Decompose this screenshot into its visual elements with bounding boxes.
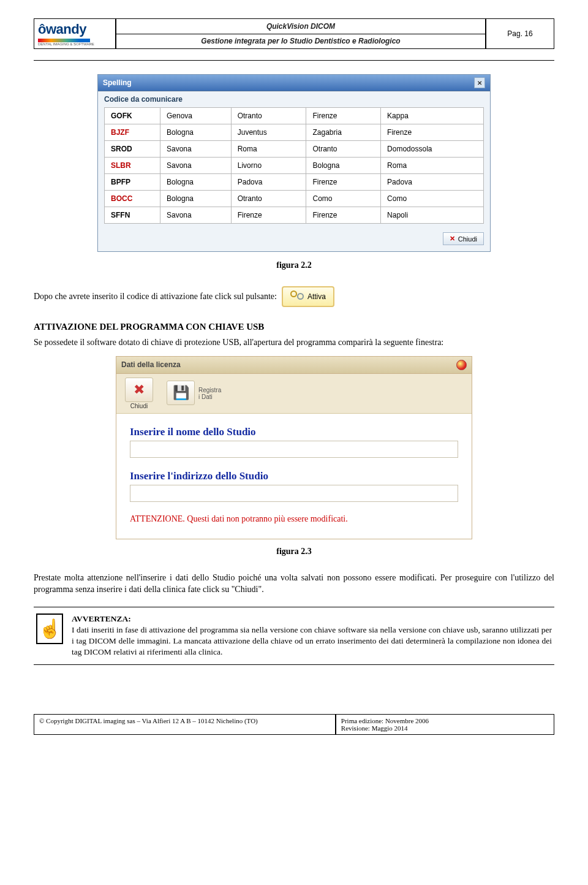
doc-subtitle: Gestione integrata per lo Studio Dentist… — [116, 34, 485, 49]
word-cell: Otranto — [306, 141, 381, 158]
doc-footer: © Copyright DIGITAL imaging sas – Via Al… — [34, 714, 554, 735]
chiudi-button[interactable]: ✕ Chiudi — [443, 232, 484, 245]
word-cell: Bologna — [160, 191, 232, 207]
toolbar-registra-label1: Registra — [198, 387, 221, 393]
word-cell: Savona — [160, 207, 232, 224]
para-attention: Prestate molta attenzione nell'inserire … — [34, 572, 554, 596]
license-toolbar: ✖ Chiudi 💾 Registra i Dati — [116, 374, 472, 414]
word-cell: Domodossola — [381, 141, 484, 158]
doc-title-1: QuickVision DICOM — [116, 19, 485, 34]
license-window: Dati della licenza ✖ Chiudi 💾 Registra i… — [116, 356, 472, 539]
table-row: GOFKGenovaOtrantoFirenzeKappa — [105, 108, 484, 124]
table-row: BPFPBolognaPadovaFirenzePadova — [105, 174, 484, 191]
footer-revision: Revisione: Maggio 2014 — [341, 724, 408, 732]
attiva-button[interactable]: Attiva — [282, 286, 334, 307]
close-icon[interactable]: ✕ — [474, 77, 485, 88]
word-cell: Savona — [160, 158, 232, 174]
word-cell: Napoli — [381, 207, 484, 224]
word-cell: Firenze — [306, 207, 381, 224]
toolbar-registra[interactable]: 💾 Registra i Dati — [167, 378, 221, 409]
studio-name-input[interactable] — [130, 441, 458, 458]
code-cell: SROD — [105, 141, 160, 158]
word-cell: Genova — [160, 108, 232, 124]
word-cell: Bologna — [306, 158, 381, 174]
license-body: Inserire il nome dello Studio Inserire l… — [116, 414, 472, 539]
spelling-title: Spelling — [103, 78, 132, 87]
spelling-titlebar: Spelling ✕ — [98, 75, 490, 91]
para-usb: Se possedete il software dotato di chiav… — [34, 337, 554, 349]
word-cell: Como — [381, 191, 484, 207]
word-cell: Padova — [231, 174, 306, 191]
doc-header: ôwandy DENTAL IMAGING & SOFTWARE QuickVi… — [34, 18, 554, 49]
word-cell: Padova — [381, 174, 484, 191]
chiudi-label: Chiudi — [458, 235, 477, 243]
keys-icon — [290, 291, 304, 303]
code-cell: BPFP — [105, 174, 160, 191]
table-row: BJZFBolognaJuventusZagabriaFirenze — [105, 124, 484, 141]
header-rule — [34, 60, 554, 61]
spelling-footer: ✕ Chiudi — [98, 229, 490, 251]
avvertenza-box: ☝ AVVERTENZA: I dati inseriti in fase di… — [34, 607, 554, 665]
chiudi-icon: ✖ — [125, 378, 153, 402]
word-cell: Firenze — [306, 108, 381, 124]
word-cell: Bologna — [160, 174, 232, 191]
word-cell: Savona — [160, 141, 232, 158]
studio-address-input[interactable] — [130, 485, 458, 502]
figure-caption-2-3: figura 2.3 — [34, 547, 554, 556]
logo-cell: ôwandy DENTAL IMAGING & SOFTWARE — [34, 18, 116, 49]
code-cell: SFFN — [105, 207, 160, 224]
hand-icon: ☝ — [36, 613, 63, 644]
word-cell: Bologna — [160, 124, 232, 141]
word-cell: Firenze — [381, 124, 484, 141]
page-number: Pag. 16 — [486, 18, 554, 49]
figure-caption-2-2: figura 2.2 — [34, 260, 554, 270]
logo-text: ôwandy — [38, 21, 111, 37]
toolbar-chiudi-label: Chiudi — [130, 403, 148, 409]
para-click-button: Dopo che avrete inserito il codice di at… — [34, 286, 554, 307]
spelling-table: GOFKGenovaOtrantoFirenzeKappaBJZFBologna… — [104, 107, 484, 224]
avvertenza-text: AVVERTENZA: I dati inseriti in fase di a… — [72, 613, 552, 658]
license-warning: ATTENZIONE. Questi dati non potranno più… — [130, 514, 458, 524]
toolbar-chiudi[interactable]: ✖ Chiudi — [125, 378, 153, 409]
table-row: BOCCBolognaOtrantoComoComo — [105, 191, 484, 207]
code-cell: GOFK — [105, 108, 160, 124]
table-row: SRODSavonaRomaOtrantoDomodossola — [105, 141, 484, 158]
license-title: Dati della licenza — [121, 360, 181, 369]
code-cell: SLBR — [105, 158, 160, 174]
footer-first-edition: Prima edizione: Novembre 2006 — [341, 717, 429, 724]
table-row: SFFNSavonaFirenzeFirenzeNapoli — [105, 207, 484, 224]
para-click-text: Dopo che avrete inserito il codice di at… — [34, 292, 277, 302]
logo-tagline: DENTAL IMAGING & SOFTWARE — [38, 42, 111, 46]
word-cell: Kappa — [381, 108, 484, 124]
word-cell: Roma — [381, 158, 484, 174]
studio-name-label: Inserire il nome dello Studio — [130, 426, 458, 438]
word-cell: Otranto — [231, 108, 306, 124]
toolbar-registra-label2: i Dati — [198, 393, 213, 400]
avvertenza-body: I dati inseriti in fase di attivazione d… — [72, 625, 552, 656]
section-heading-usb: ATTIVAZIONE DEL PROGRAMMA CON CHIAVE USB — [34, 322, 554, 332]
word-cell: Livorno — [231, 158, 306, 174]
avvertenza-title: AVVERTENZA: — [72, 613, 552, 625]
table-row: SLBRSavonaLivornoBolognaRoma — [105, 158, 484, 174]
word-cell: Otranto — [231, 191, 306, 207]
floppy-icon: 💾 — [167, 381, 195, 405]
code-cell: BOCC — [105, 191, 160, 207]
footer-copyright: © Copyright DIGITAL imaging sas – Via Al… — [34, 714, 336, 735]
attiva-label: Attiva — [307, 292, 326, 301]
word-cell: Firenze — [231, 207, 306, 224]
close-dot-icon[interactable] — [456, 360, 467, 370]
spelling-subtitle: Codice da comunicare — [98, 91, 490, 105]
footer-edition: Prima edizione: Novembre 2006 Revisione:… — [336, 714, 554, 735]
word-cell: Firenze — [306, 174, 381, 191]
word-cell: Como — [306, 191, 381, 207]
word-cell: Zagabria — [306, 124, 381, 141]
x-icon: ✕ — [450, 235, 455, 243]
word-cell: Roma — [231, 141, 306, 158]
spelling-window: Spelling ✕ Codice da comunicare GOFKGeno… — [97, 74, 491, 252]
word-cell: Juventus — [231, 124, 306, 141]
header-middle: QuickVision DICOM Gestione integrata per… — [116, 18, 486, 49]
studio-address-label: Inserire l'indirizzo dello Studio — [130, 470, 458, 482]
code-cell: BJZF — [105, 124, 160, 141]
license-titlebar: Dati della licenza — [116, 357, 472, 374]
